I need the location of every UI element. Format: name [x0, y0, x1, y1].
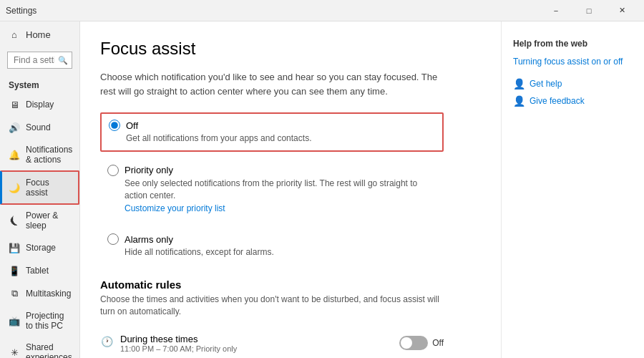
help-link[interactable]: Turning focus assist on or off: [513, 56, 633, 68]
sidebar-item-label: Multitasking: [26, 289, 71, 299]
minimize-button[interactable]: −: [540, 0, 572, 21]
notifications-icon: 🔔: [9, 149, 20, 160]
sidebar-item-label: Notifications & actions: [26, 145, 72, 165]
sidebar-section-label: System: [0, 73, 79, 93]
help-title: Help from the web: [513, 39, 633, 49]
sidebar-item-shared[interactable]: ✳ Shared experiences: [0, 337, 79, 358]
toggle-label: Off: [432, 338, 444, 348]
feedback-action[interactable]: 👤 Give feedback: [513, 95, 633, 107]
app-body: ⌂ Home 🔍 System 🖥 Display 🔊 Sound 🔔 Noti…: [0, 21, 644, 358]
section-desc-automatic-rules: Choose the times and activities when you…: [100, 294, 444, 318]
rule-left: 🕐 During these times 11:00 PM – 7:00 AM;…: [100, 334, 237, 353]
right-panel: Help from the web Turning focus assist o…: [501, 21, 644, 358]
main-content: Focus assist Choose which notification y…: [80, 21, 501, 358]
sidebar-item-label: Display: [26, 100, 54, 110]
rule-during-times: 🕐 During these times 11:00 PM – 7:00 AM;…: [100, 328, 444, 358]
maximize-button[interactable]: □: [572, 0, 605, 21]
sidebar-item-display[interactable]: 🖥 Display: [0, 93, 79, 116]
feedback-icon: 👤: [513, 95, 525, 107]
close-button[interactable]: ✕: [605, 0, 638, 21]
sidebar-item-label: Power & sleep: [26, 211, 71, 231]
window-controls: − □ ✕: [540, 0, 638, 21]
rule-title: During these times: [120, 334, 237, 344]
radio-alarms-label: Alarms only: [125, 234, 173, 245]
sidebar-item-focus-assist[interactable]: 🌙 Focus assist: [0, 170, 79, 205]
focus-assist-icon: 🌙: [9, 182, 20, 193]
display-icon: 🖥: [9, 99, 20, 110]
radio-alarms-desc: Hide all notifications, except for alarm…: [125, 246, 436, 258]
radio-priority-desc: See only selected notifications from the…: [125, 178, 436, 202]
customize-priority-link[interactable]: Customize your priority list: [125, 203, 225, 213]
app-title: Settings: [6, 6, 36, 16]
option-off: Off Get all notifications from your apps…: [100, 112, 444, 152]
sidebar-item-tablet[interactable]: 📱 Tablet: [0, 259, 79, 282]
radio-off-label: Off: [126, 120, 138, 131]
titlebar: Settings − □ ✕: [0, 0, 644, 21]
projecting-icon: 📺: [9, 315, 20, 326]
sidebar-item-projecting[interactable]: 📺 Projecting to this PC: [0, 305, 79, 337]
get-help-icon: 👤: [513, 78, 525, 90]
feedback-link[interactable]: Give feedback: [530, 96, 585, 106]
get-help-link[interactable]: Get help: [530, 79, 562, 89]
shared-icon: ✳: [9, 347, 20, 358]
sidebar-item-sound[interactable]: 🔊 Sound: [0, 116, 79, 139]
sidebar-item-label: Tablet: [26, 266, 49, 276]
clock-icon: 🕐: [100, 335, 113, 348]
multitasking-icon: ⧉: [9, 288, 20, 299]
option-alarms: Alarms only Hide all notifications, exce…: [100, 228, 444, 264]
toggle-track[interactable]: [399, 336, 428, 350]
sound-icon: 🔊: [9, 122, 20, 133]
sidebar-item-label: Focus assist: [26, 178, 69, 198]
sidebar-item-label: Sound: [26, 122, 51, 132]
sidebar-item-label: Storage: [26, 243, 56, 253]
radio-off-desc: Get all notifications from your apps and…: [126, 132, 435, 145]
sidebar-item-storage[interactable]: 💾 Storage: [0, 236, 79, 259]
sidebar-item-power-sleep[interactable]: ⏾ Power & sleep: [0, 205, 79, 236]
page-title: Focus assist: [100, 39, 481, 59]
get-help-action[interactable]: 👤 Get help: [513, 78, 633, 90]
storage-icon: 💾: [9, 242, 20, 253]
sidebar-item-label: Shared experiences: [26, 342, 72, 358]
radio-priority-label: Priority only: [125, 165, 173, 175]
tablet-icon: 📱: [9, 265, 20, 276]
toggle-during-times[interactable]: Off: [399, 336, 444, 350]
home-icon: ⌂: [9, 29, 20, 40]
sidebar-home[interactable]: ⌂ Home: [0, 21, 79, 47]
rule-sub: 11:00 PM – 7:00 AM; Priority only: [120, 344, 237, 353]
option-priority: Priority only See only selected notifica…: [100, 159, 444, 221]
sidebar-item-notifications[interactable]: 🔔 Notifications & actions: [0, 139, 79, 170]
search-icon: 🔍: [58, 56, 68, 65]
radio-priority[interactable]: [107, 165, 119, 176]
radio-off[interactable]: [109, 120, 120, 131]
section-title-automatic-rules: Automatic rules: [100, 279, 481, 291]
sidebar-search: 🔍: [7, 52, 72, 69]
sidebar-home-label: Home: [26, 29, 51, 40]
power-sleep-icon: ⏾: [9, 215, 20, 226]
page-description: Choose which notification you'd like to …: [100, 70, 444, 98]
sidebar-item-label: Projecting to this PC: [26, 311, 71, 331]
sidebar: ⌂ Home 🔍 System 🖥 Display 🔊 Sound 🔔 Noti…: [0, 21, 80, 358]
radio-alarms[interactable]: [107, 233, 119, 245]
sidebar-item-multitasking[interactable]: ⧉ Multitasking: [0, 282, 79, 305]
